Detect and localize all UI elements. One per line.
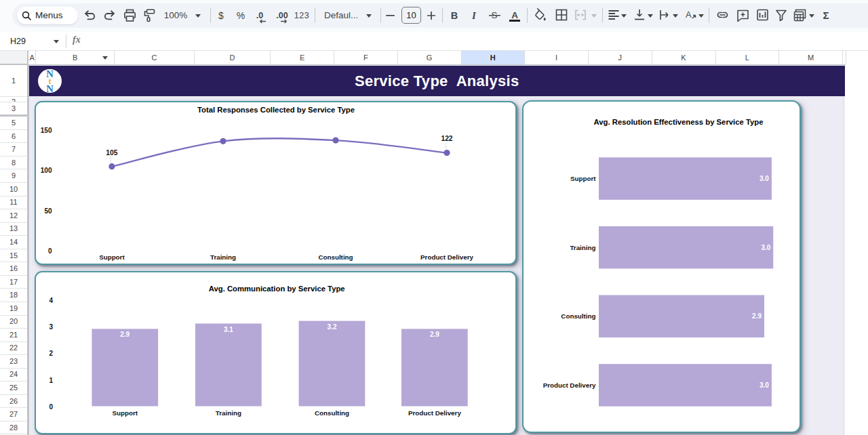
svg-text:3.0: 3.0 [760,381,769,388]
svg-text:3.2: 3.2 [327,323,336,330]
svg-text:Training: Training [570,243,595,251]
svg-text:0: 0 [47,247,52,255]
svg-text:4: 4 [49,296,53,304]
svg-text:122: 122 [441,135,452,142]
svg-text:150: 150 [40,127,52,134]
svg-text:2.9: 2.9 [120,331,130,338]
svg-text:Avg. Resolution Effectiveness: Avg. Resolution Effectiveness by Service… [594,117,764,125]
svg-text:3: 3 [49,323,53,331]
svg-text:Support: Support [99,253,125,261]
svg-text:0: 0 [49,403,53,411]
svg-text:Product Delivery: Product Delivery [420,253,473,261]
svg-text:Consulting: Consulting [561,312,595,320]
svg-text:Product Delivery: Product Delivery [408,409,460,417]
svg-text:2.9: 2.9 [429,331,439,338]
svg-text:3.1: 3.1 [223,325,233,333]
svg-text:1: 1 [49,376,53,384]
svg-text:Product Delivery: Product Delivery [543,381,596,388]
svg-text:2.9: 2.9 [752,312,762,320]
svg-text:Training: Training [215,409,241,417]
svg-text:3.0: 3.0 [761,243,770,251]
svg-text:Total Responses Collected by S: Total Responses Collected by Service Typ… [197,106,355,114]
svg-text:Training: Training [210,253,235,261]
svg-text:A: A [686,9,692,20]
svg-text:Consulting: Consulting [314,409,349,417]
svg-text:Support: Support [570,175,596,182]
svg-text:Consulting: Consulting [318,253,353,261]
svg-text:50: 50 [44,207,52,215]
svg-text:Support: Support [112,409,138,417]
svg-text:Avg. Communication by Service: Avg. Communication by Service Type [208,284,344,292]
svg-text:105: 105 [106,149,117,157]
svg-text:3.0: 3.0 [760,175,769,182]
svg-text:100: 100 [40,167,52,174]
svg-text:2: 2 [49,350,53,357]
